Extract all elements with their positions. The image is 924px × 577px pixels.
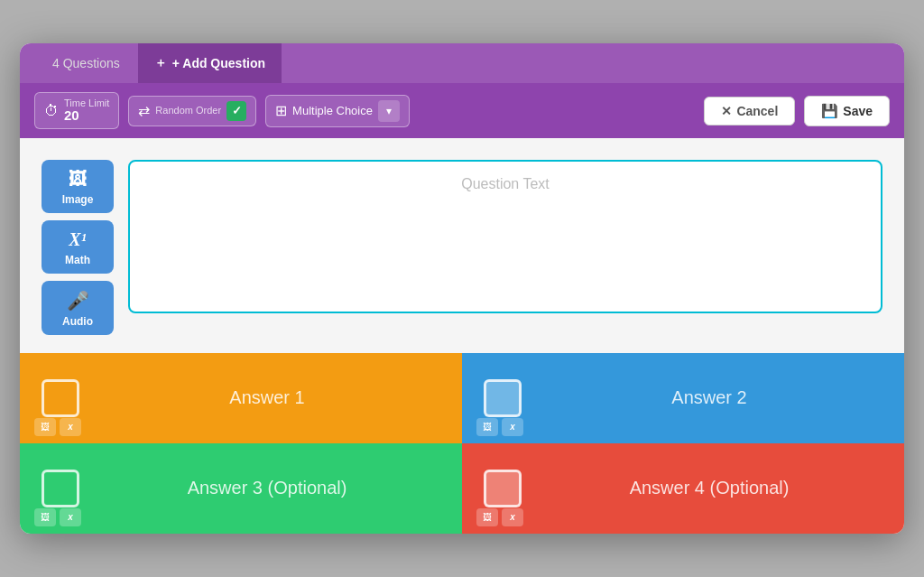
questions-count-label: 4 Questions bbox=[52, 56, 120, 70]
image-tool-label: Image bbox=[62, 193, 94, 206]
answer-1-tools: 🖼 x bbox=[34, 418, 81, 436]
audio-tool-label: Audio bbox=[62, 315, 93, 328]
answer-3-label[interactable]: Answer 3 (Optional) bbox=[94, 478, 440, 498]
answer-4-card: Answer 4 (Optional) 🖼 x bbox=[462, 443, 904, 534]
answer-3-image-btn[interactable]: 🖼 bbox=[34, 508, 56, 526]
answer-2-label[interactable]: Answer 2 bbox=[536, 387, 882, 408]
answer-1-card: Answer 1 🖼 x bbox=[20, 353, 462, 443]
answer-1-label[interactable]: Answer 1 bbox=[94, 387, 440, 408]
answer-4-math-btn[interactable]: x bbox=[502, 508, 523, 526]
multiple-choice-label: Multiple Choice bbox=[292, 104, 373, 117]
cancel-button[interactable]: ✕ Cancel bbox=[704, 97, 795, 126]
image-icon: 🖼 bbox=[69, 169, 87, 190]
answer-2-card: Answer 2 🖼 x bbox=[462, 353, 904, 443]
tab-questions[interactable]: 4 Questions bbox=[34, 43, 138, 83]
clock-icon: ⏱ bbox=[44, 103, 59, 119]
answer-3-tools: 🖼 x bbox=[34, 508, 81, 526]
time-limit-value: 20 bbox=[64, 108, 109, 124]
shuffle-icon: ⇄ bbox=[138, 102, 150, 119]
audio-icon: 🎤 bbox=[67, 290, 89, 312]
answers-grid: Answer 1 🖼 x Answer 2 🖼 x Answer 3 (Opti… bbox=[20, 353, 904, 534]
grid-icon: ⊞ bbox=[275, 102, 287, 119]
top-bar: 4 Questions ＋ + Add Question bbox=[20, 43, 904, 83]
answer-3-math-btn[interactable]: x bbox=[60, 508, 81, 526]
answer-4-checkbox[interactable] bbox=[484, 470, 522, 507]
time-limit-group[interactable]: ⏱ Time Limit 20 bbox=[34, 92, 119, 129]
answer-2-tools: 🖼 x bbox=[476, 418, 523, 436]
answer-2-inner: Answer 2 bbox=[484, 379, 882, 417]
image-tool-button[interactable]: 🖼 Image bbox=[42, 160, 114, 213]
answer-3-checkbox[interactable] bbox=[42, 470, 79, 507]
math-tool-label: Math bbox=[65, 254, 90, 266]
audio-tool-button[interactable]: 🎤 Audio bbox=[42, 281, 114, 335]
question-area bbox=[128, 160, 882, 335]
add-question-label: + Add Question bbox=[172, 56, 265, 70]
answer-1-inner: Answer 1 bbox=[42, 379, 440, 417]
answer-2-checkbox[interactable] bbox=[484, 379, 522, 417]
multiple-choice-group[interactable]: ⊞ Multiple Choice ▾ bbox=[265, 95, 410, 127]
answer-1-image-btn[interactable]: 🖼 bbox=[34, 418, 56, 436]
modal-container: 4 Questions ＋ + Add Question ⏱ Time Limi… bbox=[20, 43, 904, 534]
answer-4-inner: Answer 4 (Optional) bbox=[484, 470, 882, 507]
answer-4-label[interactable]: Answer 4 (Optional) bbox=[536, 478, 882, 498]
answer-4-tools: 🖼 x bbox=[476, 508, 523, 526]
answer-3-card: Answer 3 (Optional) 🖼 x bbox=[20, 443, 462, 534]
cancel-icon: ✕ bbox=[721, 104, 732, 118]
toolbar: ⏱ Time Limit 20 ⇄ Random Order ✓ ⊞ Multi… bbox=[20, 83, 904, 138]
answer-1-checkbox[interactable] bbox=[42, 379, 79, 417]
time-limit-label: Time Limit bbox=[64, 98, 109, 108]
plus-icon: ＋ bbox=[154, 55, 167, 71]
tools-sidebar: 🖼 Image X¹ Math 🎤 Audio bbox=[42, 160, 114, 335]
random-order-group[interactable]: ⇄ Random Order ✓ bbox=[128, 96, 256, 126]
random-order-check[interactable]: ✓ bbox=[226, 101, 246, 121]
cancel-label: Cancel bbox=[736, 104, 778, 118]
answer-4-image-btn[interactable]: 🖼 bbox=[476, 508, 498, 526]
answer-2-math-btn[interactable]: x bbox=[502, 418, 523, 436]
math-tool-button[interactable]: X¹ Math bbox=[42, 220, 114, 274]
content-area: 🖼 Image X¹ Math 🎤 Audio bbox=[20, 138, 904, 353]
add-question-tab[interactable]: ＋ + Add Question bbox=[138, 43, 282, 83]
answer-1-math-btn[interactable]: x bbox=[60, 418, 81, 436]
multiple-choice-dropdown[interactable]: ▾ bbox=[378, 100, 400, 122]
math-icon: X¹ bbox=[69, 229, 86, 250]
question-textarea[interactable] bbox=[128, 160, 882, 313]
answer-2-image-btn[interactable]: 🖼 bbox=[476, 418, 498, 436]
save-icon: 💾 bbox=[821, 103, 838, 119]
save-button[interactable]: 💾 Save bbox=[804, 96, 890, 126]
answer-3-inner: Answer 3 (Optional) bbox=[42, 470, 440, 507]
random-order-label: Random Order bbox=[155, 105, 221, 116]
save-label: Save bbox=[843, 104, 873, 118]
